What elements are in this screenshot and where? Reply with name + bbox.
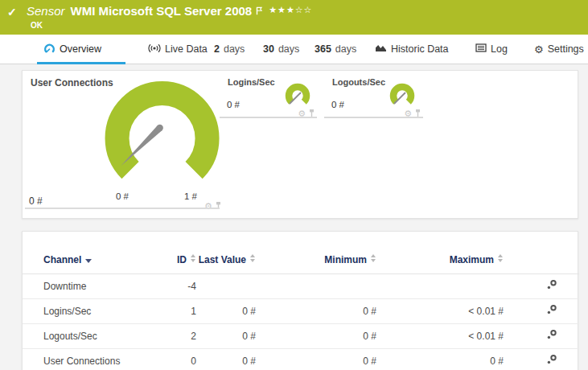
column-header-actions: [504, 232, 579, 273]
pin-icon[interactable]: [215, 199, 222, 213]
logins-gauge-actions: ⚙: [298, 106, 315, 121]
main-gauge-scale-max: 1 #: [184, 191, 197, 201]
priority-star-rating[interactable]: ★★★☆☆: [269, 4, 312, 15]
tab-live-data-label: Live Data: [165, 43, 208, 55]
column-header-minimum-label: Minimum: [324, 254, 367, 265]
sort-icon: [498, 254, 504, 263]
column-header-minimum[interactable]: Minimum: [256, 232, 376, 273]
tab-settings[interactable]: ⚙ Settings: [534, 35, 584, 64]
channel-maximum: < 0.01 #: [376, 323, 504, 348]
channel-minimum: 0 #: [256, 348, 376, 370]
tab-live-data[interactable]: Live Data: [148, 35, 208, 64]
tab-365-days-unit: days: [335, 43, 356, 55]
tab-365-days-number: 365: [315, 43, 331, 55]
channel-settings-icon[interactable]: [546, 329, 557, 343]
column-header-id-label: ID: [177, 254, 187, 265]
logins-gauge-value: 0 #: [227, 100, 240, 109]
channel-id: 0: [148, 348, 196, 370]
tab-historic-data[interactable]: Historic Data: [375, 35, 449, 64]
table-row: Logouts/Sec 2 0 # 0 # < 0.01 #: [23, 323, 579, 348]
table-row: Logins/Sec 1 0 # 0 # < 0.01 #: [23, 298, 579, 323]
channel-settings-icon[interactable]: [546, 304, 557, 318]
table-row: User Connections 0 0 # 0 # 0 #: [23, 348, 579, 370]
table-row: Downtime -4: [23, 273, 579, 298]
column-header-maximum[interactable]: Maximum: [376, 232, 504, 273]
gauge-icon: [43, 43, 56, 56]
channel-id: 1: [148, 298, 196, 323]
gauge-settings-gear-icon[interactable]: ⚙: [298, 109, 306, 118]
sensor-title-line: Sensor WMI Microsoft SQL Server 2008 ★★★…: [27, 4, 312, 18]
channels-table-panel: Channel ID Last Value Minimum Maximum Do…: [22, 231, 578, 370]
tab-365-days[interactable]: 365 days: [315, 35, 356, 64]
sort-icon: [250, 254, 256, 263]
tab-2-days-unit: days: [224, 43, 245, 55]
column-header-channel[interactable]: Channel: [23, 232, 148, 273]
object-kind-label: Sensor: [27, 4, 65, 18]
main-gauge-value: 0 #: [29, 195, 43, 207]
tab-overview[interactable]: Overview: [37, 35, 125, 64]
gauge-divider: [25, 208, 220, 209]
channel-settings-icon[interactable]: [546, 354, 557, 368]
tab-30-days-unit: days: [278, 43, 299, 55]
channel-last-value: [196, 273, 256, 298]
sensor-header: ✓ Sensor WMI Microsoft SQL Server 2008 ★…: [0, 0, 588, 35]
main-gauge-scale-min: 0 #: [116, 191, 129, 201]
tab-2-days[interactable]: 2 days: [214, 35, 245, 64]
area-chart-icon: [375, 43, 387, 55]
channel-settings-icon[interactable]: [546, 279, 557, 293]
pin-icon[interactable]: [414, 106, 421, 121]
tab-overview-label: Overview: [60, 43, 101, 55]
logins-gauge-title: Logins/Sec: [228, 77, 275, 87]
channel-last-value: 0 #: [196, 298, 256, 323]
channel-maximum: 0 #: [376, 348, 504, 370]
channel-maximum: < 0.01 #: [376, 298, 504, 323]
channel-id: -4: [148, 273, 196, 298]
channel-minimum: [256, 273, 376, 298]
column-header-last-value-label: Last Value: [199, 254, 246, 265]
pin-icon[interactable]: [308, 106, 315, 121]
channels-table: Channel ID Last Value Minimum Maximum Do…: [23, 232, 579, 370]
gauge-settings-gear-icon[interactable]: ⚙: [404, 109, 412, 118]
broadcast-icon: [148, 43, 161, 56]
sort-desc-icon: [85, 259, 92, 263]
channel-id: 2: [148, 323, 196, 348]
tab-bar: Overview Live Data 2 days 30 days 365 da…: [0, 35, 588, 64]
page-title: WMI Microsoft SQL Server 2008: [71, 4, 253, 18]
channel-last-value: 0 #: [196, 323, 256, 348]
gear-icon: ⚙: [534, 44, 544, 55]
logins-gauge-box: Logins/Sec 0 # ⚙: [220, 71, 317, 118]
logouts-gauge-value: 0 #: [331, 100, 344, 109]
tab-log[interactable]: Log: [475, 35, 508, 64]
channel-name: Logouts/Sec: [23, 323, 148, 348]
user-connections-gauge: [91, 80, 234, 193]
status-ok-check-icon: ✓: [7, 6, 17, 18]
logouts-gauge-title: Logouts/Sec: [332, 77, 385, 87]
column-header-id[interactable]: ID: [148, 232, 196, 273]
tab-log-label: Log: [491, 43, 508, 55]
tab-30-days[interactable]: 30 days: [263, 35, 299, 64]
sort-icon: [371, 254, 376, 263]
gauges-panel: User Connections 0 # 1 # 0 # ⚙ Logins/Se…: [22, 70, 578, 219]
column-header-channel-label: Channel: [43, 254, 81, 265]
sort-icon: [191, 254, 196, 263]
channel-maximum: [376, 273, 504, 298]
channel-minimum: 0 #: [256, 323, 376, 348]
column-header-maximum-label: Maximum: [450, 254, 494, 265]
log-list-icon: [475, 43, 487, 55]
logouts-gauge-actions: ⚙: [404, 106, 421, 121]
channel-name: Downtime: [23, 273, 148, 298]
priority-flag-icon[interactable]: [256, 4, 263, 18]
table-header-row: Channel ID Last Value Minimum Maximum: [23, 232, 579, 273]
tab-settings-label: Settings: [548, 43, 584, 55]
main-gauge-actions: ⚙: [204, 199, 222, 213]
logouts-gauge-box: Logouts/Sec 0 # ⚙: [324, 71, 423, 118]
sensor-status-badge: OK: [31, 21, 43, 30]
channel-last-value: 0 #: [196, 348, 256, 370]
channel-minimum: 0 #: [256, 298, 376, 323]
tab-30-days-number: 30: [263, 43, 274, 55]
column-header-last-value[interactable]: Last Value: [196, 232, 256, 273]
tab-historic-data-label: Historic Data: [391, 43, 449, 55]
channel-name: Logins/Sec: [23, 298, 148, 323]
tab-2-days-number: 2: [214, 43, 220, 55]
channel-name: User Connections: [23, 348, 148, 370]
